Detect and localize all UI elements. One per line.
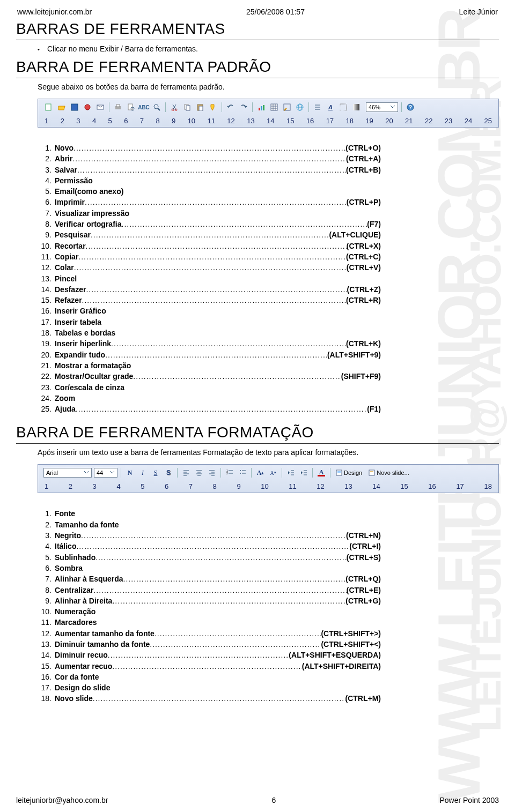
dot-leader: ........................................… (82, 295, 346, 306)
shadow-icon: S (163, 467, 174, 478)
toolbar-number: 11 (289, 482, 296, 490)
zoom-combo: 46% (366, 102, 398, 112)
print-preview-icon (126, 102, 136, 113)
svg-text:2: 2 (226, 472, 228, 475)
standard-toolbar-image: ABC A 46% ? 123 (38, 99, 499, 128)
toolbar-separator (222, 102, 222, 112)
list-item: 4.Permissão (38, 175, 381, 186)
email-icon (95, 102, 106, 113)
format-toolbar-desc: Após inserir um texto use a barra de fer… (38, 448, 499, 457)
list-label: Inserir Gráfico (55, 306, 106, 316)
list-label: Diminuir tamanho da fonte (55, 639, 150, 650)
open-icon (56, 102, 67, 113)
dot-leader: ........................................… (91, 229, 329, 240)
list-number: 13. (38, 639, 55, 650)
toolbar-number: 4 (116, 482, 120, 490)
toolbar-separator (121, 468, 121, 478)
list-number: 5. (38, 186, 55, 197)
new-icon (43, 102, 54, 113)
list-label: Tamanho da fonte (55, 519, 119, 530)
list-shortcut: (CTRL+I) (349, 541, 381, 552)
toolbar-number: 10 (188, 117, 195, 125)
list-item: 17.Inserir tabela (38, 317, 381, 327)
toolbar-number: 3 (93, 482, 97, 490)
list-item: 9.Alinhar à Direita.....................… (38, 595, 381, 606)
toolbar-number: 5 (108, 117, 112, 125)
toolbar-number: 19 (365, 117, 373, 125)
toolbar-separator (177, 468, 178, 478)
print-icon (113, 102, 123, 113)
dot-leader: ........................................… (93, 585, 346, 595)
toolbar-number-row: 1234567891011121314151617181920212223242… (39, 114, 497, 125)
dot-leader: ........................................… (86, 284, 347, 295)
dot-leader: ........................................… (112, 661, 301, 672)
list-number: 24. (38, 393, 55, 404)
page-footer: leitejuniorbr@yahoo.com.br 6 Power Point… (16, 796, 499, 804)
list-number: 4. (38, 175, 55, 186)
toolbar-number: 23 (445, 117, 452, 125)
page-header: www.leitejunior.com.br 25/06/2008 01:57 … (16, 8, 499, 16)
toolbar-number: 24 (465, 117, 472, 125)
font-color-icon: A (316, 467, 327, 478)
list-item: 8.Verificar ortografia..................… (38, 219, 381, 229)
list-number: 23. (38, 382, 55, 393)
list-number: 20. (38, 349, 55, 360)
list-item: 10.Recortar.............................… (38, 241, 381, 251)
toolbar-number: 10 (261, 482, 268, 490)
list-shortcut: (CTRL+M) (345, 693, 381, 704)
list-label: Aumentar tamanho da fonte (55, 628, 154, 639)
list-shortcut: (CTRL+O) (345, 143, 381, 153)
toolbar-number: 14 (372, 482, 380, 490)
list-label: Pesquisar (55, 229, 91, 240)
list-item: 13.Diminuir tamanho da fonte............… (38, 639, 381, 650)
list-label: Expandir tudo (55, 349, 105, 360)
list-shortcut: (ALT+CLIQUE) (329, 229, 381, 240)
new-slide-icon (369, 470, 375, 476)
toolbar-number: 1 (45, 117, 48, 125)
list-item: 7.Alinhar à Esquerda....................… (38, 573, 381, 584)
svg-rect-17 (261, 106, 262, 110)
list-number: 22. (38, 371, 55, 382)
header-author: Leite Júnior (459, 8, 498, 16)
list-shortcut: (CTRL+SHIFT+>) (321, 628, 381, 639)
list-number: 16. (38, 306, 55, 316)
footer-email: leitejuniorbr@yahoo.com.br (16, 796, 108, 804)
header-date: 25/06/2008 01:57 (246, 8, 305, 16)
svg-rect-15 (199, 106, 203, 111)
font-name: Arial (46, 470, 58, 476)
font-size-combo: 44 (94, 468, 117, 478)
list-label: Mostrar a formatação (55, 360, 131, 371)
list-label: Imprimir (55, 197, 85, 207)
svg-rect-1 (71, 104, 78, 110)
toolbar-separator (109, 102, 109, 112)
toolbar-number: 16 (306, 117, 314, 125)
toolbar-number: 9 (237, 482, 240, 490)
design-label: Design (344, 470, 362, 476)
list-label: Email(como anexo) (55, 186, 123, 197)
toolbar-separator (251, 468, 252, 478)
toolbar-number: 21 (405, 117, 413, 125)
hyperlink-icon (295, 102, 305, 113)
design-icon (336, 470, 342, 476)
divider (16, 40, 499, 40)
toolbar-number: 7 (140, 117, 144, 125)
list-item: 1.Novo..................................… (38, 143, 381, 153)
list-item: 14.Diminuir recuo.......................… (38, 650, 381, 660)
list-number: 6. (38, 563, 55, 573)
toolbar-number: 6 (124, 117, 128, 125)
list-number: 5. (38, 552, 55, 563)
standard-toolbar-list: 1.Novo..................................… (38, 143, 499, 414)
toolbar-number: 14 (267, 117, 274, 125)
list-shortcut: (CTRL+Z) (347, 284, 381, 295)
list-item: 7.Visualizar impressão (38, 208, 381, 219)
dot-leader: ........................................… (150, 639, 321, 650)
list-label: Permissão (55, 175, 93, 186)
list-number: 4. (38, 541, 55, 552)
list-label: Recortar (55, 241, 86, 251)
dot-leader: ........................................… (133, 371, 341, 382)
list-label: Alinhar à Direita (55, 595, 112, 606)
toolbar-number: 17 (326, 117, 334, 125)
list-label: Cor da fonte (55, 672, 99, 682)
toolbar-number: 17 (456, 482, 464, 490)
toolbar-number-row: 123456789101112131415161718 (39, 480, 497, 490)
